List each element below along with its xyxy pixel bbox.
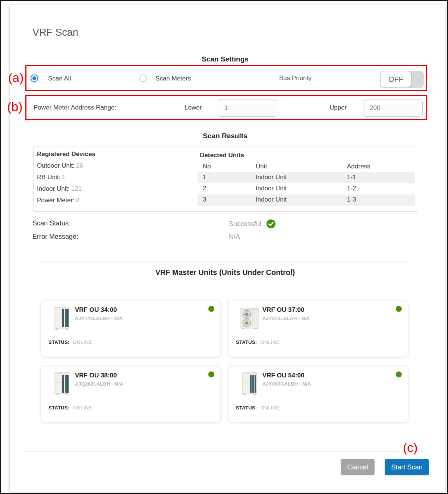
footer-divider — [22, 452, 428, 452]
upper-address-input[interactable] — [363, 99, 423, 117]
registered-device-rb: RB Unit:1 — [37, 173, 197, 181]
unit-status-row: STATUS:ONLINE — [236, 405, 280, 411]
bus-priority-toggle[interactable]: OFF — [380, 71, 424, 88]
detected-units-heading: Detected Units — [200, 152, 418, 159]
cancel-button[interactable]: Cancel — [341, 459, 375, 475]
scan-status-label: Scan Status: — [32, 219, 70, 227]
scan-settings-heading: Scan Settings — [22, 55, 428, 63]
scan-status-value: Successful — [229, 219, 275, 228]
upper-label: Upper — [329, 104, 347, 111]
online-status-dot — [208, 371, 214, 377]
unit-name: VRF OU 37:00 — [262, 306, 304, 314]
outdoor-unit-tower-image — [51, 306, 72, 330]
annotation-box-a: Scan All Scan Meters Bus Priority OFF — [25, 65, 427, 91]
unit-name: VRF OU 54:00 — [262, 372, 304, 379]
lower-label: Lower — [184, 104, 202, 111]
table-row: 1 Indoor Unit 1-1 — [198, 172, 415, 183]
start-scan-button[interactable]: Start Scan — [385, 459, 429, 475]
detected-units-header-row: No Unit Address — [198, 161, 415, 172]
success-check-icon — [266, 219, 275, 228]
vrf-scan-dialog: VRF Scan Scan Settings Scan All Scan Met… — [9, 4, 446, 492]
registered-devices-heading: Registered Devices — [37, 151, 197, 158]
scan-results-panel: Registered Devices Outdoor Unit:26 RB Un… — [33, 146, 418, 212]
master-units-grid: VRF OU 34:00 AJY144LALBH - N/A STATUS:ON… — [41, 301, 408, 422]
scan-all-label[interactable]: Scan All — [48, 75, 71, 82]
scan-meters-label[interactable]: Scan Meters — [155, 75, 191, 82]
online-status-dot — [208, 306, 214, 312]
registered-device-indoor: Indoor Unit:121 — [37, 185, 197, 193]
outdoor-unit-tower-image — [51, 371, 72, 396]
lower-address-input[interactable] — [218, 99, 277, 117]
table-row: 3 Indoor Unit 1-3 — [198, 194, 415, 206]
table-row: 2 Indoor Unit 1-2 — [198, 183, 415, 194]
unit-name: VRF OU 34:00 — [75, 306, 117, 314]
registered-device-power-meter: Power Meter:8 — [37, 196, 197, 204]
registered-device-outdoor: Outdoor Unit:26 — [37, 162, 197, 170]
online-status-dot — [396, 371, 402, 377]
vrf-unit-card[interactable]: VRF OU 54:00 AJY090GALBH - N/A STATUS:ON… — [228, 366, 408, 422]
annotation-c: (c) — [403, 440, 418, 455]
scan-meters-radio[interactable] — [139, 75, 147, 82]
page-title: VRF Scan — [32, 27, 78, 38]
vrf-unit-card[interactable]: VRF OU 37:00 AJY072LELAH - N/A STATUS:ON… — [228, 301, 408, 357]
unit-status-row: STATUS:ONLINE — [236, 339, 280, 345]
outdoor-unit-fan-image — [239, 306, 260, 330]
detected-units-pane: Detected Units No Unit Address 1 Indoor … — [198, 146, 418, 211]
error-message-label: Error Message: — [32, 233, 78, 241]
address-range-label: Power Meter Address Range: — [34, 104, 116, 111]
bus-priority-label: Bus Priority — [279, 75, 312, 82]
registered-devices-pane: Registered Devices Outdoor Unit:26 RB Un… — [34, 146, 197, 211]
panel-divider — [197, 149, 197, 208]
scan-all-radio[interactable] — [31, 75, 38, 82]
annotation-b: (b) — [7, 99, 23, 114]
master-units-heading: VRF Master Units (Units Under Control) — [22, 268, 428, 277]
vrf-unit-card[interactable]: VRF OU 34:00 AJY144LALBH - N/A STATUS:ON… — [41, 301, 221, 357]
vrf-unit-card[interactable]: VRF OU 38:00 AJQ280LALBH - N/A STATUS:ON… — [41, 366, 221, 422]
section-divider — [41, 261, 410, 262]
title-divider — [22, 47, 428, 47]
unit-name: VRF OU 38:00 — [75, 372, 117, 379]
screenshot-frame: VRF Scan Scan Settings Scan All Scan Met… — [0, 0, 448, 494]
unit-status-row: STATUS:ONLINE — [48, 339, 92, 345]
annotation-a: (a) — [8, 70, 24, 85]
online-status-dot — [396, 306, 402, 312]
annotation-box-b: Power Meter Address Range: Lower Upper — [25, 95, 427, 120]
bus-priority-toggle-knob[interactable]: OFF — [381, 71, 411, 88]
scan-results-heading: Scan Results — [22, 132, 428, 140]
error-message-value: N/A — [229, 233, 240, 241]
unit-status-row: STATUS:ONLINE — [48, 405, 92, 411]
unit-model: AJQ280LALBH - N/A — [75, 381, 123, 387]
unit-model: AJY090GALBH - N/A — [262, 381, 311, 387]
unit-model: AJY144LALBH - N/A — [75, 316, 123, 321]
unit-model: AJY072LELAH - N/A — [262, 316, 310, 321]
outdoor-unit-tower-image — [239, 371, 260, 396]
